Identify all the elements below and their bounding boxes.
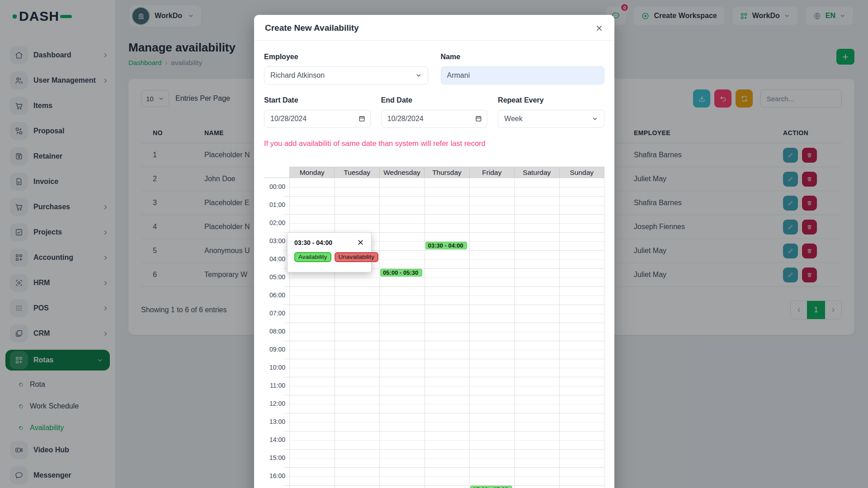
half-hour-gridline bbox=[289, 386, 604, 386]
time-label: 02:00 bbox=[264, 219, 285, 226]
close-icon bbox=[595, 24, 604, 33]
name-input[interactable] bbox=[441, 66, 605, 84]
day-header-saturday: Saturday bbox=[514, 167, 559, 178]
half-hour-gridline bbox=[289, 314, 604, 314]
create-availability-modal: Create New Availability Employee Richard… bbox=[254, 15, 614, 488]
column-gridline bbox=[289, 178, 290, 488]
chevron-down-icon bbox=[415, 72, 422, 79]
half-hour-gridline bbox=[289, 205, 604, 206]
name-label: Name bbox=[441, 53, 605, 61]
half-hour-gridline bbox=[289, 440, 604, 441]
time-label: 06:00 bbox=[264, 291, 285, 299]
time-label: 15:00 bbox=[264, 454, 285, 461]
hour-gridline bbox=[284, 449, 604, 450]
end-date-input[interactable] bbox=[381, 110, 488, 128]
popup-close-button[interactable] bbox=[357, 239, 364, 246]
slot-action-popup: 03:30 - 04:00 Availability Unavailabilit… bbox=[287, 232, 372, 272]
time-label: 09:00 bbox=[264, 346, 285, 353]
column-gridline bbox=[335, 178, 335, 488]
time-label: 04:00 bbox=[264, 255, 285, 263]
hour-gridline bbox=[284, 341, 604, 341]
day-header-tuesday: Tuesday bbox=[334, 167, 379, 178]
repeat-select-value: Week bbox=[504, 115, 523, 123]
hour-gridline bbox=[284, 214, 604, 215]
half-hour-gridline bbox=[289, 368, 604, 368]
time-label: 07:00 bbox=[264, 310, 285, 317]
hour-gridline bbox=[284, 467, 604, 468]
half-hour-gridline bbox=[289, 187, 604, 188]
half-hour-gridline bbox=[289, 296, 604, 296]
repeat-label: Repeat Every bbox=[498, 96, 604, 104]
unavailability-button[interactable]: Unavailability bbox=[335, 252, 379, 262]
availability-calendar: MondayTuesdayWednesdayThursdayFridaySatu… bbox=[264, 167, 604, 488]
hour-gridline bbox=[284, 413, 604, 413]
popup-time-range: 03:30 - 04:00 bbox=[294, 239, 332, 246]
time-label: 14:00 bbox=[264, 436, 285, 443]
hour-gridline bbox=[284, 286, 604, 287]
modal-body: Employee Richard Atkinson Name Start Dat… bbox=[254, 41, 614, 488]
modal-title: Create New Availability bbox=[265, 23, 359, 33]
day-header-monday: Monday bbox=[290, 167, 334, 178]
time-label: 13:00 bbox=[264, 418, 285, 425]
half-hour-gridline bbox=[289, 404, 604, 404]
time-label: 12:00 bbox=[264, 400, 285, 407]
time-label: 01:00 bbox=[264, 201, 285, 208]
start-date-label: Start Date bbox=[264, 96, 371, 104]
time-label: 00:00 bbox=[264, 183, 285, 190]
modal-close-button[interactable] bbox=[595, 24, 604, 33]
time-label: 11:00 bbox=[264, 382, 285, 389]
calendar-event[interactable]: 03:30 - 04:00 bbox=[425, 242, 467, 249]
time-label: 05:00 bbox=[264, 273, 285, 281]
column-gridline bbox=[469, 178, 470, 488]
calendar-day-header: MondayTuesdayWednesdayThursdayFridaySatu… bbox=[289, 167, 604, 178]
same-date-warning: If you add availabiliti of same date tha… bbox=[264, 139, 604, 148]
day-header-sunday: Sunday bbox=[559, 167, 604, 178]
hour-gridline bbox=[284, 395, 604, 395]
hour-gridline bbox=[284, 196, 604, 197]
employee-select-value: Richard Atkinson bbox=[270, 71, 325, 80]
time-label: 16:00 bbox=[264, 472, 285, 479]
close-icon bbox=[357, 239, 364, 246]
day-header-friday: Friday bbox=[469, 167, 514, 178]
time-label: 08:00 bbox=[264, 328, 285, 335]
repeat-select[interactable]: Week bbox=[498, 110, 604, 128]
half-hour-gridline bbox=[289, 223, 604, 224]
time-label: 10:00 bbox=[264, 364, 285, 371]
employee-field: Employee Richard Atkinson bbox=[264, 53, 428, 84]
calendar-grid[interactable]: 00:0001:0002:0003:0004:0005:0006:0007:00… bbox=[264, 178, 604, 488]
hour-gridline bbox=[284, 323, 604, 323]
column-gridline bbox=[425, 178, 425, 488]
column-gridline bbox=[514, 178, 515, 488]
half-hour-gridline bbox=[289, 476, 604, 477]
column-gridline bbox=[379, 178, 380, 488]
half-hour-gridline bbox=[289, 422, 604, 422]
half-hour-gridline bbox=[289, 350, 604, 350]
day-header-wednesday: Wednesday bbox=[379, 167, 424, 178]
time-label: 03:00 bbox=[264, 237, 285, 244]
column-gridline bbox=[604, 178, 604, 488]
half-hour-gridline bbox=[289, 458, 604, 459]
employee-select[interactable]: Richard Atkinson bbox=[264, 66, 428, 84]
end-date-label: End Date bbox=[381, 96, 488, 104]
calendar-event[interactable]: 05:00 - 05:30 bbox=[380, 269, 422, 277]
name-field: Name bbox=[441, 53, 605, 84]
employee-label: Employee bbox=[264, 53, 428, 61]
half-hour-gridline bbox=[289, 277, 604, 278]
repeat-field: Repeat Every Week bbox=[498, 96, 604, 128]
end-date-field: End Date bbox=[381, 96, 488, 128]
start-date-field: Start Date bbox=[264, 96, 371, 128]
hour-gridline bbox=[284, 305, 604, 305]
column-gridline bbox=[559, 178, 560, 488]
app-root: DASH DashboardUser ManagementItemsPropos… bbox=[0, 0, 868, 488]
day-header-thursday: Thursday bbox=[424, 167, 469, 178]
calendar-event[interactable]: 17:00 - 17:30 bbox=[470, 486, 512, 488]
hour-gridline bbox=[284, 359, 604, 359]
half-hour-gridline bbox=[289, 332, 604, 332]
modal-header: Create New Availability bbox=[254, 15, 614, 41]
availability-button[interactable]: Availability bbox=[294, 252, 331, 262]
hour-gridline bbox=[284, 377, 604, 377]
chevron-down-icon bbox=[592, 116, 598, 122]
hour-gridline bbox=[284, 431, 604, 432]
hour-gridline bbox=[284, 485, 604, 486]
start-date-input[interactable] bbox=[264, 110, 371, 128]
